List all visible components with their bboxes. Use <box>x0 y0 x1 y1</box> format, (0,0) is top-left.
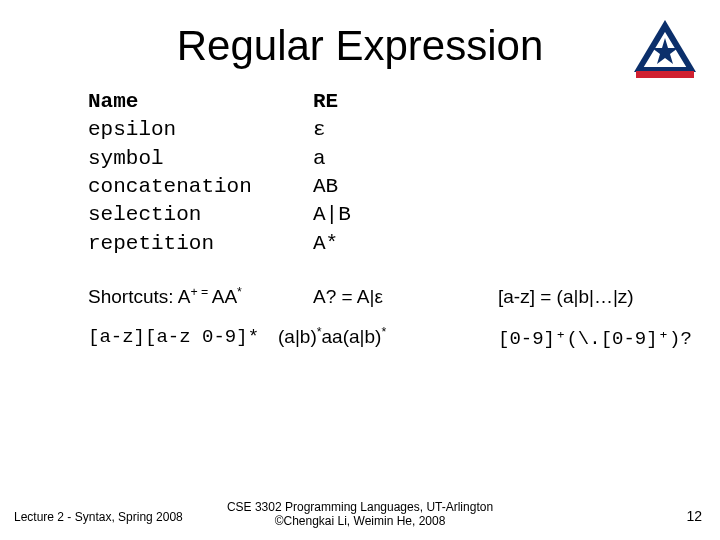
example-2: (a|b)*aa(a|b)* <box>278 326 498 350</box>
example-1: [a-z][a-z 0-9]* <box>88 326 278 350</box>
examples-block: [a-z][a-z 0-9]* (a|b)*aa(a|b)* [0-9]⁺(\.… <box>88 326 720 350</box>
svg-rect-4 <box>636 71 694 78</box>
example-3: [0-9]⁺(\.[0-9]⁺)? <box>498 326 692 350</box>
td-name: concatenation <box>88 173 313 201</box>
table-row: selection A|B <box>88 201 720 229</box>
th-name: Name <box>88 88 313 116</box>
table-row: repetition A* <box>88 230 720 258</box>
aplus-rhs: AA <box>212 286 237 307</box>
footer-page-number: 12 <box>686 508 702 524</box>
ex2-mid: aa(a|b) <box>322 326 382 347</box>
aplus-lhs: A <box>178 286 191 307</box>
example-row: [a-z][a-z 0-9]* (a|b)*aa(a|b)* [0-9]⁺(\.… <box>88 326 720 350</box>
shortcut-range: [a-z] = (a|b|…|z) <box>498 286 634 308</box>
content-area: Name RE epsilon ε symbol a concatenation… <box>0 88 720 350</box>
td-re: A|B <box>313 201 433 229</box>
td-re: A* <box>313 230 433 258</box>
td-re: AB <box>313 173 433 201</box>
table-row: concatenation AB <box>88 173 720 201</box>
td-re: a <box>313 145 433 173</box>
footer-center: CSE 3302 Programming Languages, UT-Arlin… <box>0 500 720 528</box>
table-row: epsilon ε <box>88 116 720 144</box>
shortcut-aplus: Shortcuts: A+ = AA* <box>88 286 313 308</box>
table-row: symbol a <box>88 145 720 173</box>
shortcut-row: Shortcuts: A+ = AA* A? = A|ε [a-z] = (a|… <box>88 286 720 308</box>
td-re: ε <box>313 116 433 144</box>
footer-center-line2: ©Chengkai Li, Weimin He, 2008 <box>275 514 446 528</box>
ex2-sup2: * <box>381 325 386 339</box>
footer-center-line1: CSE 3302 Programming Languages, UT-Arlin… <box>227 500 493 514</box>
td-name: repetition <box>88 230 313 258</box>
td-name: selection <box>88 201 313 229</box>
shortcuts-block: Shortcuts: A+ = AA* A? = A|ε [a-z] = (a|… <box>88 286 720 308</box>
aplus-sup: + = <box>190 285 211 299</box>
ex2-pre: (a|b) <box>278 326 317 347</box>
td-name: epsilon <box>88 116 313 144</box>
re-table: Name RE epsilon ε symbol a concatenation… <box>88 88 720 258</box>
slide-title: Regular Expression <box>0 0 720 70</box>
uta-logo <box>630 18 700 80</box>
shortcut-aq: A? = A|ε <box>313 286 498 308</box>
shortcuts-label: Shortcuts: <box>88 286 178 307</box>
aplus-rhs-sup: * <box>237 285 242 299</box>
table-header: Name RE <box>88 88 720 116</box>
logo-svg <box>630 18 700 80</box>
td-name: symbol <box>88 145 313 173</box>
th-re: RE <box>313 88 433 116</box>
